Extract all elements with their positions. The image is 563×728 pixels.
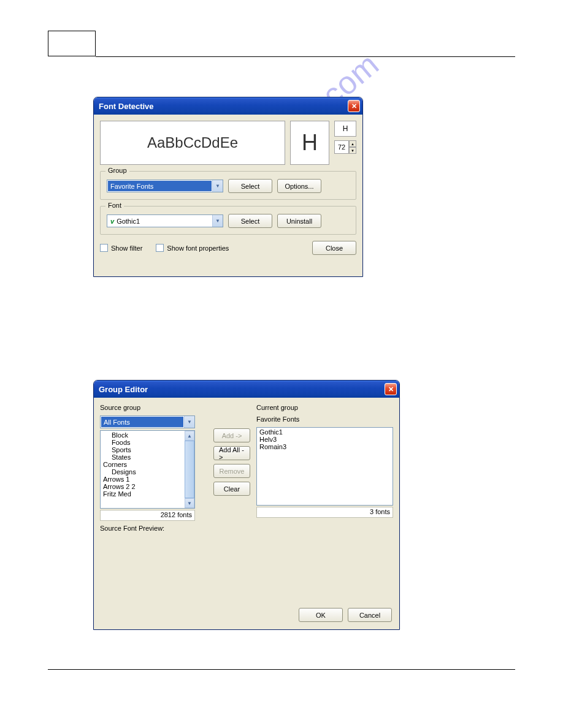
font-detective-body: AaBbCcDdEe H H ▲ ▼ Group [94, 115, 362, 276]
source-group-value: All Fonts [101, 417, 183, 427]
group-editor-window: Group Editor ✕ Source group All Fonts ▼ … [93, 380, 400, 630]
font-section: Font vGothic1 ▼ Select Uninstall [100, 206, 356, 235]
checkbox-box [100, 244, 108, 252]
font-detective-titlebar: Font Detective ✕ [94, 97, 362, 115]
chevron-down-icon: ▼ [212, 180, 223, 192]
list-item[interactable]: Gothic1 [258, 428, 391, 436]
group-editor-title: Group Editor [99, 385, 148, 394]
close-icon[interactable]: ✕ [385, 383, 397, 395]
scroll-down-button[interactable]: ▼ [185, 498, 194, 508]
show-filter-checkbox[interactable]: Show filter [100, 244, 142, 252]
scroll-up-button[interactable]: ▲ [185, 431, 194, 441]
current-group-name: Favorite Fonts [256, 415, 393, 425]
add-all-button[interactable]: Add All -> [213, 446, 250, 460]
list-item[interactable]: Designs [102, 468, 193, 476]
list-item[interactable]: Corners [102, 461, 193, 468]
font-detective-title: Font Detective [99, 102, 154, 111]
list-item[interactable]: Sports [102, 446, 193, 453]
source-group-label: Source group [100, 404, 207, 413]
current-group-label: Current group [256, 404, 393, 413]
scroll-thumb[interactable] [185, 441, 194, 498]
font-uninstall-button[interactable]: Uninstall [277, 214, 321, 228]
font-preview-char: H [290, 121, 329, 165]
source-fonts-listbox[interactable]: Block Foods Sports States Corners Design… [100, 430, 195, 509]
group-editor-body: Source group All Fonts ▼ Block Foods Spo… [94, 398, 399, 629]
list-item[interactable]: States [102, 453, 193, 461]
source-group-dropdown[interactable]: All Fonts ▼ [100, 415, 195, 428]
source-preview-label: Source Font Preview: [100, 525, 207, 534]
font-preview-large: AaBbCcDdEe [100, 121, 285, 165]
group-options-button[interactable]: Options... [277, 179, 321, 193]
font-dropdown-value: vGothic1 [108, 216, 212, 226]
checkbox-box [156, 244, 164, 252]
font-type-icon: v [110, 218, 114, 225]
preview-controls-col: H ▲ ▼ [334, 121, 356, 165]
close-icon[interactable]: ✕ [348, 100, 360, 112]
font-legend: Font [105, 202, 124, 209]
char-input[interactable]: H [334, 121, 356, 137]
group-select-button[interactable]: Select [228, 179, 272, 193]
show-filter-label: Show filter [111, 245, 142, 252]
clear-button[interactable]: Clear [213, 482, 250, 496]
transfer-buttons-column: Add -> Add All -> Remove Clear [207, 404, 256, 536]
size-down-button[interactable]: ▼ [349, 147, 356, 154]
show-font-properties-label: Show font properties [167, 245, 229, 252]
chevron-down-icon: ▼ [184, 416, 194, 428]
list-item[interactable]: Foods [102, 439, 193, 446]
header-rule [96, 56, 515, 57]
size-spinner[interactable]: ▲ ▼ [334, 140, 356, 154]
footer-rule [48, 669, 515, 670]
list-item[interactable]: Block [102, 431, 193, 439]
group-legend: Group [105, 167, 129, 174]
font-detective-window: Font Detective ✕ AaBbCcDdEe H H ▲ ▼ [93, 97, 363, 277]
font-select-button[interactable]: Select [228, 214, 272, 228]
page-frame: manualshive.com Font Detective ✕ AaBbCcD… [48, 31, 515, 680]
size-up-button[interactable]: ▲ [349, 140, 356, 147]
current-fonts-listbox[interactable]: Gothic1 Helv3 Romain3 [256, 427, 393, 506]
list-item[interactable]: Fritz Med [102, 490, 193, 498]
group-section: Group Favorite Fonts ▼ Select Options... [100, 171, 356, 200]
list-item[interactable]: Helv3 [258, 436, 391, 443]
current-count-status: 3 fonts [256, 507, 393, 518]
list-item[interactable]: Romain3 [258, 443, 391, 450]
source-count-status: 2812 fonts [100, 510, 195, 521]
font-dropdown[interactable]: vGothic1 ▼ [107, 214, 223, 227]
chevron-down-icon: ▼ [212, 215, 223, 227]
current-group-column: Current group Favorite Fonts Gothic1 Hel… [256, 404, 393, 536]
add-button[interactable]: Add -> [213, 428, 250, 442]
size-input[interactable] [334, 140, 349, 154]
dialog-buttons: OK Cancel [299, 608, 392, 622]
close-button[interactable]: Close [312, 241, 356, 255]
source-group-column: Source group All Fonts ▼ Block Foods Spo… [100, 404, 207, 536]
list-item[interactable]: Arrows 2 2 [102, 483, 193, 490]
scrollbar[interactable]: ▲ ▼ [185, 431, 194, 508]
preview-row: AaBbCcDdEe H H ▲ ▼ [100, 121, 356, 165]
group-dropdown[interactable]: Favorite Fonts ▼ [107, 180, 223, 192]
ok-button[interactable]: OK [299, 608, 343, 622]
list-item[interactable]: Arrows 1 [102, 476, 193, 483]
page-number-box [48, 31, 96, 56]
cancel-button[interactable]: Cancel [348, 608, 392, 622]
show-font-properties-checkbox[interactable]: Show font properties [156, 244, 229, 252]
group-dropdown-value: Favorite Fonts [108, 181, 212, 191]
group-editor-titlebar: Group Editor ✕ [94, 381, 399, 398]
remove-button[interactable]: Remove [213, 464, 250, 478]
